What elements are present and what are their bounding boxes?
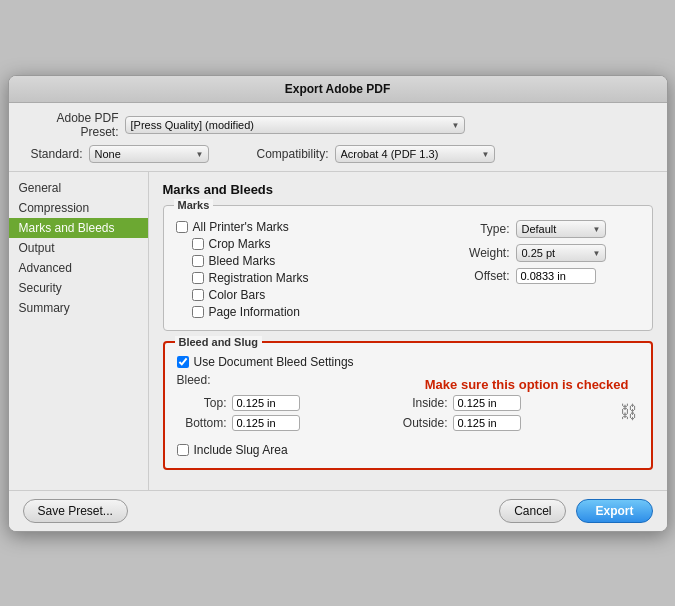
registration-marks-label: Registration Marks (209, 271, 309, 285)
type-select[interactable]: Default (516, 220, 606, 238)
dialog-title: Export Adobe PDF (285, 82, 391, 96)
top-controls: Adobe PDF Preset: [Press Quality] (modif… (9, 103, 667, 172)
page-information-label: Page Information (209, 305, 300, 319)
use-document-bleed-label: Use Document Bleed Settings (194, 355, 354, 369)
bottom-label: Bottom: (177, 416, 227, 430)
bleed-marks-label: Bleed Marks (209, 254, 276, 268)
bleed-label: Bleed: (177, 373, 211, 387)
marks-col-left: All Printer's Marks Crop Marks Bleed Mar… (176, 220, 460, 322)
crop-marks-label: Crop Marks (209, 237, 271, 251)
export-button[interactable]: Export (576, 499, 652, 523)
bleed-slug-panel: Bleed and Slug Use Document Bleed Settin… (163, 341, 653, 470)
cancel-button[interactable]: Cancel (499, 499, 566, 523)
bleed-slug-legend: Bleed and Slug (175, 336, 262, 348)
top-input[interactable] (232, 395, 300, 411)
top-label: Top: (177, 396, 227, 410)
title-bar: Export Adobe PDF (9, 76, 667, 103)
sidebar-item-output[interactable]: Output (9, 238, 148, 258)
color-bars-label: Color Bars (209, 288, 266, 302)
main-area: General Compression Marks and Bleeds Out… (9, 172, 667, 490)
bottom-input[interactable] (232, 415, 300, 431)
use-document-bleed-checkbox[interactable] (177, 356, 189, 368)
marks-legend: Marks (174, 199, 214, 211)
crop-marks-checkbox[interactable] (192, 238, 204, 250)
footer: Save Preset... Cancel Export (9, 490, 667, 531)
offset-label: Offset: (460, 269, 510, 283)
preset-label: Adobe PDF Preset: (23, 111, 119, 139)
standard-label: Standard: (23, 147, 83, 161)
save-preset-button[interactable]: Save Preset... (23, 499, 128, 523)
type-label: Type: (460, 222, 510, 236)
compatibility-label: Compatibility: (229, 147, 329, 161)
registration-marks-checkbox[interactable] (192, 272, 204, 284)
chain-icon: ⛓ (619, 391, 639, 435)
outside-label: Outside: (398, 416, 448, 430)
include-slug-checkbox[interactable] (177, 444, 189, 456)
page-information-checkbox[interactable] (192, 306, 204, 318)
all-printers-label: All Printer's Marks (193, 220, 289, 234)
preset-select[interactable]: [Press Quality] (modified) (125, 116, 465, 134)
include-slug-label: Include Slug Area (194, 443, 288, 457)
weight-label: Weight: (460, 246, 510, 260)
sidebar-item-summary[interactable]: Summary (9, 298, 148, 318)
sidebar-item-general[interactable]: General (9, 178, 148, 198)
standard-select[interactable]: None (89, 145, 209, 163)
marks-panel: Marks All Printer's Marks Crop Marks (163, 205, 653, 331)
sidebar-item-advanced[interactable]: Advanced (9, 258, 148, 278)
bleed-marks-checkbox[interactable] (192, 255, 204, 267)
inside-label: Inside: (398, 396, 448, 410)
right-buttons: Cancel Export (499, 499, 652, 523)
color-bars-checkbox[interactable] (192, 289, 204, 301)
outside-input[interactable] (453, 415, 521, 431)
section-title: Marks and Bleeds (163, 182, 653, 197)
sidebar: General Compression Marks and Bleeds Out… (9, 172, 149, 490)
dialog: Export Adobe PDF Adobe PDF Preset: [Pres… (8, 75, 668, 532)
offset-input[interactable] (516, 268, 596, 284)
all-printers-checkbox[interactable] (176, 221, 188, 233)
weight-select[interactable]: 0.25 pt (516, 244, 606, 262)
annotation-text: Make sure this option is checked (425, 377, 629, 392)
sidebar-item-compression[interactable]: Compression (9, 198, 148, 218)
marks-content: All Printer's Marks Crop Marks Bleed Mar… (176, 220, 640, 322)
inside-input[interactable] (453, 395, 521, 411)
sidebar-item-security[interactable]: Security (9, 278, 148, 298)
sidebar-item-marks-bleeds[interactable]: Marks and Bleeds (9, 218, 148, 238)
compatibility-select[interactable]: Acrobat 4 (PDF 1.3) (335, 145, 495, 163)
content-area: Marks and Bleeds Marks All Printer's Mar… (149, 172, 667, 490)
marks-col-right: Type: Default Weight: (460, 220, 640, 322)
